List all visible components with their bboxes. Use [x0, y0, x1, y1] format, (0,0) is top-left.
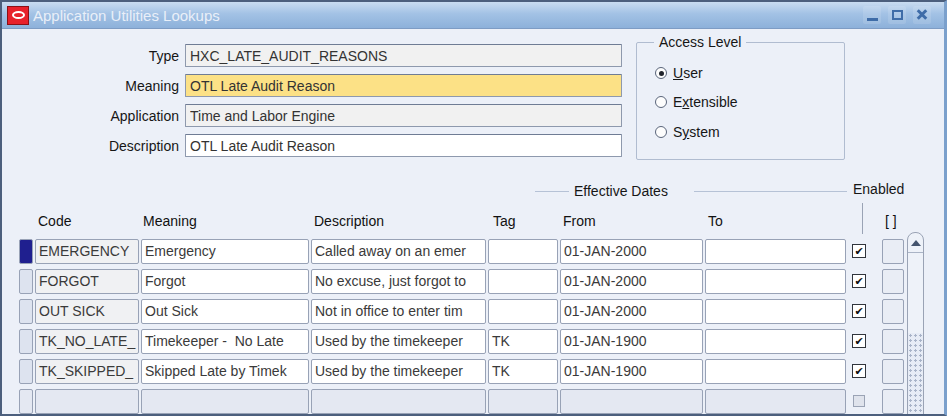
- application-field[interactable]: [185, 104, 622, 127]
- table-row: FORGOT Forgot No excuse, just forgot to …: [2, 269, 947, 294]
- meaning-cell[interactable]: Forgot: [141, 269, 309, 294]
- radio-extensible[interactable]: Extensible: [655, 94, 738, 110]
- code-cell[interactable]: TK_NO_LATE_: [35, 329, 139, 354]
- description-field[interactable]: [185, 134, 622, 157]
- radio-user[interactable]: User: [655, 65, 703, 81]
- enabled-checkbox[interactable]: [852, 244, 866, 258]
- to-date-cell[interactable]: [705, 359, 846, 384]
- vertical-scrollbar[interactable]: [907, 232, 924, 416]
- window-title: Application Utilities Lookups: [33, 7, 220, 24]
- col-header-flexfield: [ ]: [885, 213, 897, 229]
- meaning-label: Meaning: [42, 78, 179, 94]
- record-selector[interactable]: [19, 359, 33, 384]
- enabled-checkbox[interactable]: [852, 304, 866, 318]
- effective-dates-line-left: [535, 191, 569, 192]
- enabled-checkbox[interactable]: [852, 274, 866, 288]
- type-field[interactable]: [185, 44, 622, 67]
- oracle-logo-icon: [7, 6, 29, 25]
- up-arrow-icon: [911, 240, 921, 246]
- close-button[interactable]: [913, 6, 931, 24]
- from-date-cell[interactable]: 01-JAN-2000: [560, 239, 703, 264]
- enabled-checkbox[interactable]: [852, 334, 866, 348]
- radio-extensible-icon[interactable]: [655, 96, 667, 108]
- description-cell[interactable]: Not in office to enter tim: [311, 299, 486, 324]
- code-cell[interactable]: [35, 389, 139, 414]
- minimize-button[interactable]: [863, 6, 881, 24]
- description-cell[interactable]: Used by the timekeeper: [311, 329, 486, 354]
- enabled-label: Enabled: [853, 181, 904, 197]
- tag-cell[interactable]: TK: [488, 359, 558, 384]
- record-selector[interactable]: [19, 299, 33, 324]
- application-utilities-lookups-window: Application Utilities Lookups Type Meani…: [0, 0, 947, 416]
- description-cell[interactable]: Called away on an emer: [311, 239, 486, 264]
- meaning-cell[interactable]: Emergency: [141, 239, 309, 264]
- table-row: TK_SKIPPED_ Skipped Late by Timek Used b…: [2, 359, 947, 384]
- enabled-checkbox[interactable]: [853, 395, 865, 407]
- access-level-legend: Access Level: [654, 34, 746, 50]
- to-date-cell[interactable]: [705, 299, 846, 324]
- scroll-up-button[interactable]: [908, 233, 923, 253]
- to-date-cell[interactable]: [705, 389, 846, 414]
- tag-cell[interactable]: [488, 389, 558, 414]
- title-bar[interactable]: Application Utilities Lookups: [2, 2, 944, 29]
- col-header-from: From: [563, 213, 596, 229]
- tag-cell[interactable]: [488, 269, 558, 294]
- from-date-cell[interactable]: 01-JAN-1900: [560, 329, 703, 354]
- col-header-code: Code: [38, 213, 71, 229]
- table-row: TK_NO_LATE_ Timekeeper - No Late Used by…: [2, 329, 947, 354]
- meaning-cell[interactable]: [141, 389, 309, 414]
- description-label: Description: [42, 138, 179, 154]
- col-header-to: To: [708, 213, 723, 229]
- from-date-cell[interactable]: [560, 389, 703, 414]
- to-date-cell[interactable]: [705, 269, 846, 294]
- tag-cell[interactable]: TK: [488, 329, 558, 354]
- record-selector[interactable]: [19, 269, 33, 294]
- record-selector[interactable]: [19, 329, 33, 354]
- table-row: [2, 389, 947, 414]
- radio-system[interactable]: System: [655, 124, 720, 140]
- maximize-button[interactable]: [888, 6, 906, 24]
- flexfield-cell[interactable]: [882, 269, 904, 294]
- minimize-icon: [867, 18, 878, 21]
- maximize-icon: [892, 10, 903, 20]
- table-row: OUT SICK Out Sick Not in office to enter…: [2, 299, 947, 324]
- description-cell[interactable]: No excuse, just forgot to: [311, 269, 486, 294]
- meaning-field[interactable]: [185, 74, 622, 97]
- to-date-cell[interactable]: [705, 329, 846, 354]
- from-date-cell[interactable]: 01-JAN-2000: [560, 269, 703, 294]
- to-date-cell[interactable]: [705, 239, 846, 264]
- scrollbar-thumb[interactable]: [908, 253, 923, 332]
- record-selector[interactable]: [19, 239, 33, 264]
- code-cell[interactable]: FORGOT: [35, 269, 139, 294]
- col-header-tag: Tag: [493, 213, 516, 229]
- tag-cell[interactable]: [488, 299, 558, 324]
- record-selector[interactable]: [19, 389, 33, 414]
- code-cell[interactable]: TK_SKIPPED_: [35, 359, 139, 384]
- flexfield-cell[interactable]: [882, 389, 904, 414]
- code-cell[interactable]: EMERGENCY: [35, 239, 139, 264]
- from-date-cell[interactable]: 01-JAN-1900: [560, 359, 703, 384]
- col-header-meaning: Meaning: [143, 213, 197, 229]
- enabled-tick-line: [862, 203, 863, 234]
- flexfield-cell[interactable]: [882, 239, 904, 264]
- description-cell[interactable]: [311, 389, 486, 414]
- scrollbar-track[interactable]: [908, 333, 923, 416]
- radio-system-icon[interactable]: [655, 126, 667, 138]
- from-date-cell[interactable]: 01-JAN-2000: [560, 299, 703, 324]
- effective-dates-line-right: [694, 191, 847, 192]
- table-row: EMERGENCY Emergency Called away on an em…: [2, 239, 947, 264]
- enabled-checkbox[interactable]: [852, 364, 866, 378]
- flexfield-cell[interactable]: [882, 359, 904, 384]
- code-cell[interactable]: OUT SICK: [35, 299, 139, 324]
- meaning-cell[interactable]: Out Sick: [141, 299, 309, 324]
- description-cell[interactable]: Used by the timekeeper: [311, 359, 486, 384]
- effective-dates-label: Effective Dates: [574, 183, 668, 199]
- meaning-cell[interactable]: Timekeeper - No Late: [141, 329, 309, 354]
- type-label: Type: [42, 48, 179, 64]
- flexfield-cell[interactable]: [882, 299, 904, 324]
- radio-user-icon[interactable]: [655, 67, 667, 79]
- meaning-cell[interactable]: Skipped Late by Timek: [141, 359, 309, 384]
- col-header-description: Description: [314, 213, 384, 229]
- flexfield-cell[interactable]: [882, 329, 904, 354]
- tag-cell[interactable]: [488, 239, 558, 264]
